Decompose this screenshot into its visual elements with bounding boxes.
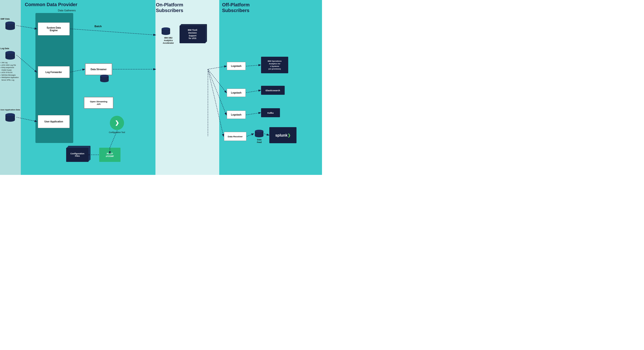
logstash-1-box: Logstash [227,62,246,70]
logstash-3-box: Logstash [227,110,246,119]
svg-point-29 [255,132,264,135]
config-tool-icon: ❯ [110,116,124,130]
svg-point-4 [6,24,15,28]
svg-point-18 [100,75,109,78]
db-icon-user-app [4,113,16,122]
on-platform-title: On-PlatformSubscribers [156,2,183,13]
data-feed-label: DataFeed [255,138,264,144]
svg-point-23 [162,28,170,30]
user-application-box: User Application [38,115,70,128]
batch-label: Batch [94,25,102,28]
svg-point-28 [255,130,264,132]
ibm-ops-analytics-box: IBM OperationsAnalytics forz Systems(on … [261,57,288,73]
diagram-container: Common Data Provider Data Gatherers On-P… [0,0,322,175]
config-files-stack: ConfigurationFiles [66,148,88,162]
system-data-engine-box: System DataEngine [38,22,70,36]
svg-point-19 [100,77,109,80]
kafka-box: Kafka [261,108,280,117]
elasticsearch-box: Elasticsearch [261,86,285,95]
user-app-data-label: User Application Data [0,109,20,111]
db-icon-log [4,51,16,60]
splunk-box: splunk❯ [269,127,296,143]
data-streamer-box: Data Streamer [85,63,112,75]
db-icon-smf [4,21,16,30]
config-tool-label: Configuration Tool [106,131,128,134]
db-icon-db2 [161,27,171,36]
smf-label: SMF Data [0,18,10,20]
ibm-tivoli-stack: IBM TivoliDecisionSupportfor z/OS [180,26,206,43]
log-forwarder-box: Log Forwarder [38,66,70,78]
svg-point-24 [162,30,170,33]
open-streaming-api-box: Open StreamingAPI [84,97,114,109]
data-gatherers-label: Data Gatherers [58,9,76,12]
off-platform-title: Off-PlatformSubscribers [222,2,250,13]
db-icon-data-feed [254,130,264,138]
racf-zosmf-box: RACFz/OSMF [99,148,120,162]
log-items-list: • Job Log • z/OS UNIX Log File • Entry-s… [0,62,19,81]
db2-analytics-label: IBM DB2AnalyticsAccelerator [162,37,175,44]
cdp-title: Common Data Provider [25,2,77,7]
svg-point-9 [6,54,15,57]
log-label: Log Data [0,47,9,50]
db-icon-streamer [99,74,110,83]
data-receiver-box: Data Receiver [224,132,246,141]
svg-point-14 [6,116,15,119]
logstash-2-box: Logstash [227,88,246,97]
